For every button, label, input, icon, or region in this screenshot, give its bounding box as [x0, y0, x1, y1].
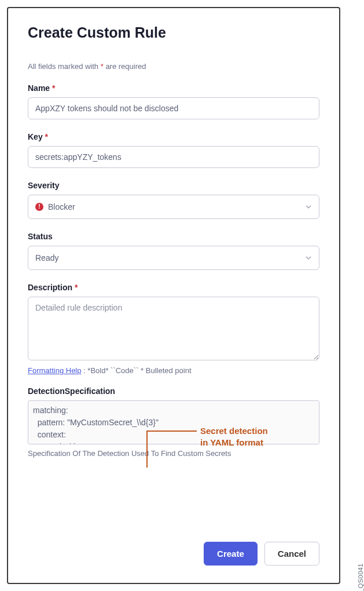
- blocker-icon: [35, 203, 43, 211]
- create-custom-rule-dialog: Create Custom Rule All fields marked wit…: [7, 7, 340, 584]
- required-note-suffix: are required: [104, 62, 146, 71]
- asterisk: *: [75, 283, 78, 292]
- required-note-prefix: All fields marked with: [28, 62, 101, 71]
- key-field: Key *: [28, 132, 319, 168]
- cancel-button[interactable]: Cancel: [264, 542, 319, 566]
- description-textarea[interactable]: [28, 297, 319, 360]
- dialog-title: Create Custom Rule: [28, 24, 319, 41]
- formatting-help-text: : *Bold* ``Code`` * Bulleted point: [81, 366, 191, 375]
- detection-field: DetectionSpecification matching: pattern…: [28, 386, 319, 458]
- dialog-buttons: Create Cancel: [204, 542, 319, 566]
- required-fields-note: All fields marked with * are required: [28, 62, 319, 71]
- formatting-help-row: Formatting Help : *Bold* ``Code`` * Bull…: [28, 366, 319, 375]
- asterisk: *: [52, 83, 55, 93]
- status-label: Status: [28, 232, 319, 241]
- key-label: Key *: [28, 132, 319, 141]
- description-field: Description * Formatting Help : *Bold* `…: [28, 283, 319, 375]
- description-label: Description *: [28, 283, 319, 292]
- detection-label: DetectionSpecification: [28, 386, 319, 396]
- name-input[interactable]: [28, 97, 319, 119]
- name-label: Name *: [28, 83, 319, 93]
- label-text: Name: [28, 83, 50, 93]
- status-value: Ready: [35, 253, 58, 262]
- severity-field: Severity Blocker: [28, 181, 319, 219]
- label-text: Description: [28, 283, 72, 292]
- asterisk: *: [45, 132, 48, 141]
- chevron-down-icon: [305, 203, 312, 210]
- chevron-down-icon: [305, 254, 312, 261]
- status-field: Status Ready: [28, 232, 319, 270]
- status-select[interactable]: Ready: [28, 246, 319, 270]
- create-button[interactable]: Create: [204, 542, 258, 566]
- key-input[interactable]: [28, 146, 319, 168]
- detection-help-text: Specification Of The Detection Used To F…: [28, 449, 319, 458]
- formatting-help-link[interactable]: Formatting Help: [28, 366, 81, 375]
- name-field: Name *: [28, 83, 319, 119]
- detection-textarea[interactable]: matching: pattern: "MyCustomSecret_\\d{3…: [28, 400, 319, 444]
- severity-label: Severity: [28, 181, 319, 190]
- side-reference-label: Soanr_QS0041: [357, 563, 364, 591]
- severity-value: Blocker: [48, 202, 75, 211]
- severity-select[interactable]: Blocker: [28, 195, 319, 219]
- label-text: Key: [28, 132, 43, 141]
